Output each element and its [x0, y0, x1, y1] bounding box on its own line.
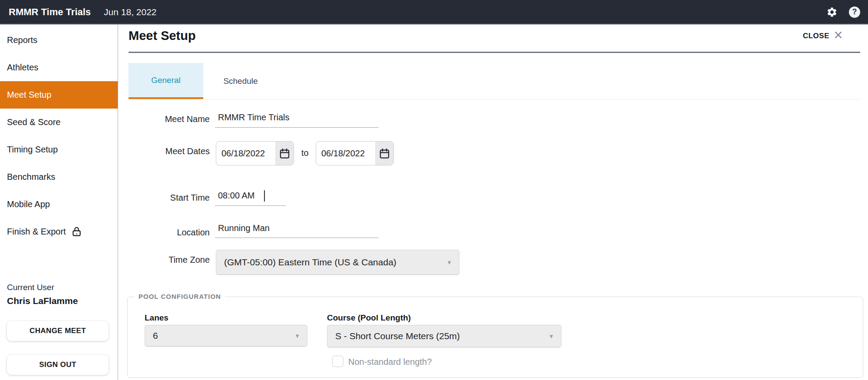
location-label: Location: [129, 227, 210, 238]
lanes-value: 6: [153, 330, 158, 341]
top-bar: RMMR Time Trials Jun 18, 2022 ?: [0, 0, 868, 25]
sidebar: Reports Athletes Meet Setup Seed & Score…: [0, 25, 118, 380]
chevron-down-icon: ▼: [548, 333, 554, 340]
sidebar-item-athletes[interactable]: Athletes: [0, 54, 118, 81]
sidebar-item-seed-score[interactable]: Seed & Score: [0, 109, 118, 136]
page-title: Meet Setup: [129, 29, 196, 43]
location-input[interactable]: [215, 222, 379, 238]
close-button[interactable]: CLOSE: [803, 30, 843, 41]
chevron-down-icon: ▼: [294, 333, 300, 339]
lanes-label: Lanes: [145, 313, 168, 323]
help-icon[interactable]: ?: [848, 6, 861, 19]
title-divider: [129, 52, 860, 53]
time-zone-value: (GMT-05:00) Eastern Time (US & Canada): [224, 257, 396, 268]
chevron-down-icon: ▼: [446, 259, 452, 266]
calendar-icon[interactable]: [275, 142, 294, 165]
current-user-label: Current User: [7, 283, 54, 292]
meet-dates-label: Meet Dates: [129, 146, 210, 156]
sidebar-item-meet-setup[interactable]: Meet Setup: [0, 81, 118, 109]
change-meet-button[interactable]: CHANGE MEET: [7, 321, 109, 341]
current-user-name: Chris LaFlamme: [7, 296, 78, 306]
text-caret: [264, 190, 265, 202]
meet-date-start-value: 06/18/2022: [216, 142, 275, 165]
meet-title: RMMR Time Trials: [9, 7, 91, 18]
tab-general[interactable]: General: [129, 63, 203, 99]
topbar-actions: ?: [825, 6, 861, 19]
course-value: S - Short Course Meters (25m): [335, 331, 460, 341]
nonstandard-length-checkbox[interactable]: [332, 356, 343, 367]
meet-setup-panel: Meet Setup CLOSE General Schedule Meet N…: [119, 25, 868, 380]
sidebar-item-finish-export[interactable]: Finish & Export: [0, 218, 118, 245]
sidebar-item-benchmarks[interactable]: Benchmarks: [0, 163, 118, 191]
course-select[interactable]: S - Short Course Meters (25m) ▼: [327, 325, 561, 347]
nonstandard-length-label: Non-standard length?: [348, 357, 432, 367]
settings-gear-icon[interactable]: [825, 6, 838, 19]
time-zone-select[interactable]: (GMT-05:00) Eastern Time (US & Canada) ▼: [216, 250, 459, 275]
sidebar-item-mobile-app[interactable]: Mobile App: [0, 191, 118, 218]
sidebar-item-timing-setup[interactable]: Timing Setup: [0, 136, 118, 163]
meet-date-start-field[interactable]: 06/18/2022: [216, 141, 294, 165]
lock-icon: [71, 226, 82, 238]
lanes-select[interactable]: 6 ▼: [145, 325, 307, 347]
pool-configuration-legend: POOL CONFIGURATION: [135, 293, 225, 300]
meet-date-end-value: 06/18/2022: [316, 142, 375, 165]
pool-configuration-section: POOL CONFIGURATION Lanes 6 ▼ Course (Poo…: [127, 297, 863, 378]
sidebar-item-reports[interactable]: Reports: [0, 26, 118, 54]
date-range-separator: to: [301, 148, 309, 158]
meet-name-input[interactable]: [215, 111, 379, 128]
meet-date-end-field[interactable]: 06/18/2022: [316, 141, 394, 165]
start-time-input[interactable]: [215, 189, 286, 206]
course-label: Course (Pool Length): [327, 313, 411, 323]
meet-date: Jun 18, 2022: [104, 7, 156, 17]
start-time-label: Start Time: [129, 192, 210, 203]
sign-out-button[interactable]: SIGN OUT: [7, 355, 109, 375]
calendar-icon[interactable]: [375, 142, 393, 165]
time-zone-label: Time Zone: [129, 254, 210, 265]
sidebar-nav: Reports Athletes Meet Setup Seed & Score…: [0, 25, 118, 245]
meet-name-label: Meet Name: [129, 114, 210, 124]
tab-bar: General Schedule: [129, 63, 860, 99]
close-icon: [834, 30, 843, 41]
close-label: CLOSE: [803, 32, 829, 40]
tab-schedule[interactable]: Schedule: [203, 63, 278, 99]
